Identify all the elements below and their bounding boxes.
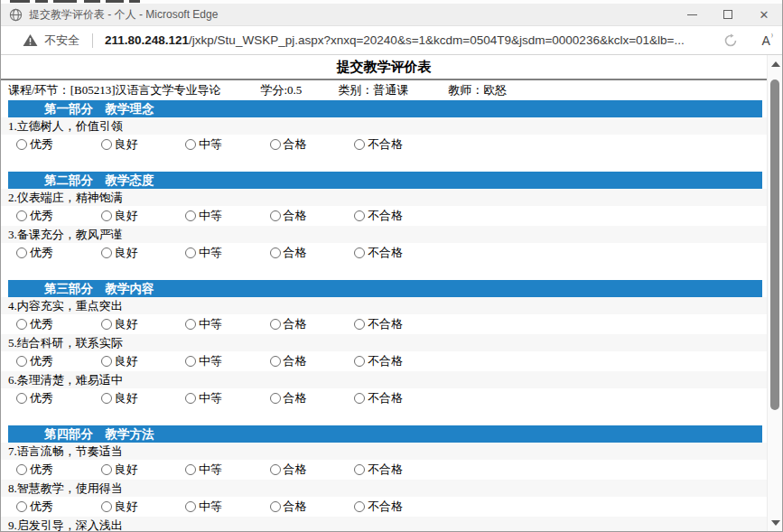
scroll-down-icon[interactable] bbox=[771, 520, 780, 526]
radio-icon[interactable] bbox=[270, 319, 281, 330]
option-fair[interactable]: 中等 bbox=[185, 353, 270, 369]
option-fair[interactable]: 中等 bbox=[185, 208, 270, 224]
radio-icon[interactable] bbox=[354, 501, 365, 512]
radio-icon[interactable] bbox=[354, 210, 365, 221]
radio-icon[interactable] bbox=[270, 501, 281, 512]
radio-icon[interactable] bbox=[16, 356, 27, 367]
option-fair[interactable]: 中等 bbox=[185, 462, 270, 478]
radio-icon[interactable] bbox=[101, 464, 112, 475]
option-label: 合格 bbox=[284, 353, 307, 369]
radio-icon[interactable] bbox=[101, 319, 112, 330]
option-excellent[interactable]: 优秀 bbox=[16, 499, 101, 515]
option-label: 优秀 bbox=[30, 462, 53, 478]
radio-icon[interactable] bbox=[185, 356, 196, 367]
option-label: 中等 bbox=[199, 316, 222, 332]
option-label: 不合格 bbox=[368, 353, 403, 369]
option-label: 良好 bbox=[115, 245, 138, 261]
option-good[interactable]: 良好 bbox=[101, 316, 186, 332]
option-fail[interactable]: 不合格 bbox=[354, 245, 439, 261]
option-pass[interactable]: 合格 bbox=[270, 136, 355, 153]
radio-icon[interactable] bbox=[185, 464, 196, 475]
option-fail[interactable]: 不合格 bbox=[354, 390, 439, 406]
radio-icon[interactable] bbox=[354, 139, 365, 150]
url-field[interactable]: 211.80.248.121/jxkp/Stu_WSKP_pj.aspx?xnx… bbox=[105, 33, 716, 47]
option-pass[interactable]: 合格 bbox=[270, 353, 355, 369]
option-fail[interactable]: 不合格 bbox=[354, 353, 439, 369]
maximize-icon bbox=[723, 10, 732, 19]
scroll-up-icon[interactable] bbox=[771, 61, 780, 67]
minimize-button[interactable] bbox=[674, 4, 710, 25]
maximize-button[interactable] bbox=[710, 4, 746, 25]
option-excellent[interactable]: 优秀 bbox=[16, 462, 101, 478]
option-label: 优秀 bbox=[30, 136, 53, 153]
radio-icon[interactable] bbox=[101, 139, 112, 150]
option-good[interactable]: 良好 bbox=[101, 499, 186, 515]
security-label[interactable]: 不安全 bbox=[44, 33, 79, 49]
radio-icon[interactable] bbox=[270, 210, 281, 221]
radio-icon[interactable] bbox=[16, 139, 27, 150]
radio-icon[interactable] bbox=[16, 319, 27, 330]
option-excellent[interactable]: 优秀 bbox=[16, 245, 101, 261]
radio-icon[interactable] bbox=[16, 393, 27, 404]
option-good[interactable]: 良好 bbox=[101, 208, 186, 224]
radio-icon[interactable] bbox=[270, 356, 281, 367]
radio-icon[interactable] bbox=[101, 393, 112, 404]
radio-icon[interactable] bbox=[270, 139, 281, 150]
option-fair[interactable]: 中等 bbox=[185, 499, 270, 515]
option-excellent[interactable]: 优秀 bbox=[16, 136, 101, 153]
radio-icon[interactable] bbox=[185, 210, 196, 221]
radio-icon[interactable] bbox=[101, 501, 112, 512]
radio-icon[interactable] bbox=[354, 356, 365, 367]
radio-icon[interactable] bbox=[185, 319, 196, 330]
option-good[interactable]: 良好 bbox=[101, 462, 186, 478]
read-aloud-icon[interactable]: A⁾ bbox=[761, 33, 773, 48]
radio-icon[interactable] bbox=[16, 501, 27, 512]
radio-icon[interactable] bbox=[185, 247, 196, 258]
option-fail[interactable]: 不合格 bbox=[354, 208, 439, 224]
option-good[interactable]: 良好 bbox=[101, 136, 186, 153]
close-button[interactable]: ✕ bbox=[746, 4, 782, 25]
option-fail[interactable]: 不合格 bbox=[354, 462, 439, 478]
radio-icon[interactable] bbox=[16, 210, 27, 221]
option-good[interactable]: 良好 bbox=[101, 390, 186, 406]
option-fail[interactable]: 不合格 bbox=[354, 316, 439, 332]
radio-icon[interactable] bbox=[354, 319, 365, 330]
not-secure-warning-icon[interactable] bbox=[23, 33, 38, 47]
radio-icon[interactable] bbox=[270, 393, 281, 404]
refresh-icon[interactable] bbox=[723, 33, 738, 48]
option-pass[interactable]: 合格 bbox=[270, 208, 355, 224]
radio-icon[interactable] bbox=[185, 501, 196, 512]
radio-icon[interactable] bbox=[101, 356, 112, 367]
option-excellent[interactable]: 优秀 bbox=[16, 316, 101, 332]
option-excellent[interactable]: 优秀 bbox=[16, 208, 101, 224]
option-pass[interactable]: 合格 bbox=[270, 499, 355, 515]
radio-icon[interactable] bbox=[16, 464, 27, 475]
option-pass[interactable]: 合格 bbox=[270, 390, 355, 406]
scrollbar-thumb[interactable] bbox=[770, 79, 779, 410]
section-header: 第一部分 教学理念 bbox=[8, 100, 762, 117]
option-fair[interactable]: 中等 bbox=[185, 316, 270, 332]
option-pass[interactable]: 合格 bbox=[270, 316, 355, 332]
radio-icon[interactable] bbox=[16, 247, 27, 258]
option-good[interactable]: 良好 bbox=[101, 353, 186, 369]
radio-icon[interactable] bbox=[101, 247, 112, 258]
scrollbar[interactable] bbox=[767, 55, 782, 531]
option-fair[interactable]: 中等 bbox=[185, 136, 270, 153]
option-excellent[interactable]: 优秀 bbox=[16, 353, 101, 369]
radio-icon[interactable] bbox=[185, 393, 196, 404]
radio-icon[interactable] bbox=[354, 393, 365, 404]
radio-icon[interactable] bbox=[270, 247, 281, 258]
option-fail[interactable]: 不合格 bbox=[354, 499, 439, 515]
radio-icon[interactable] bbox=[270, 464, 281, 475]
radio-icon[interactable] bbox=[101, 210, 112, 221]
radio-icon[interactable] bbox=[185, 139, 196, 150]
option-fair[interactable]: 中等 bbox=[185, 390, 270, 406]
option-fair[interactable]: 中等 bbox=[185, 245, 270, 261]
radio-icon[interactable] bbox=[354, 464, 365, 475]
option-pass[interactable]: 合格 bbox=[270, 245, 355, 261]
option-excellent[interactable]: 优秀 bbox=[16, 390, 101, 406]
option-pass[interactable]: 合格 bbox=[270, 462, 355, 478]
radio-icon[interactable] bbox=[354, 247, 365, 258]
option-good[interactable]: 良好 bbox=[101, 245, 186, 261]
option-fail[interactable]: 不合格 bbox=[354, 136, 439, 153]
